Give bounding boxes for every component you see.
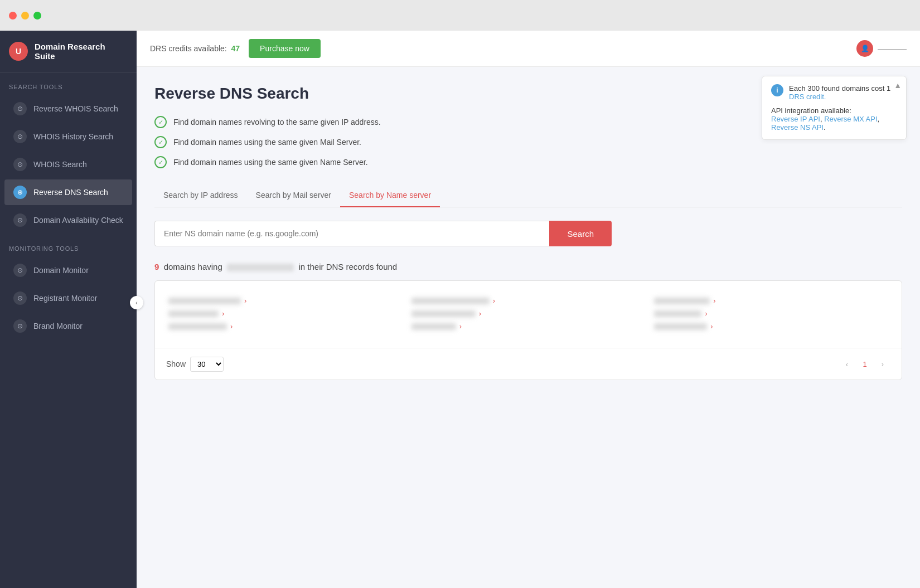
domain-name — [411, 323, 456, 330]
pagination: ‹ 1 › — [839, 356, 890, 372]
check-icon-2: ✓ — [154, 136, 167, 148]
domain-row[interactable]: › — [654, 320, 888, 333]
domain-monitor-icon: ⊙ — [13, 264, 27, 277]
reverse-ip-api-link[interactable]: Reverse IP API — [771, 115, 820, 123]
search-tabs: Search by IP address Search by Mail serv… — [154, 184, 902, 207]
reverse-whois-icon: ⊙ — [13, 102, 27, 115]
sidebar-logo: U Domain Research Suite — [0, 31, 137, 72]
page-1-button[interactable]: 1 — [857, 356, 873, 372]
show-select[interactable]: 30 50 100 — [190, 357, 224, 372]
domain-name — [411, 298, 490, 304]
search-area: Search — [154, 221, 612, 246]
domain-row[interactable]: › — [168, 307, 403, 320]
chevron-right-icon: › — [459, 322, 462, 331]
prev-page-button[interactable]: ‹ — [839, 356, 855, 372]
domain-name — [168, 298, 241, 304]
whois-search-icon: ⊙ — [13, 158, 27, 171]
sidebar-item-label: WHOIS History Search — [33, 132, 113, 141]
sidebar: U Domain Research Suite Search tools ⊙ R… — [0, 31, 137, 588]
maximize-button[interactable] — [33, 12, 41, 20]
chevron-right-icon: › — [705, 309, 707, 318]
results-container: › › › — [154, 280, 902, 380]
search-button[interactable]: Search — [549, 221, 612, 246]
domain-name — [411, 310, 476, 317]
info-tooltip-header: i Each 300 found domains cost 1 DRS cred… — [771, 84, 897, 101]
main-content: DRS credits available: 47 Purchase now 👤… — [137, 31, 920, 588]
purchase-button[interactable]: Purchase now — [249, 39, 321, 58]
sidebar-item-label: Registrant Monitor — [33, 294, 97, 303]
results-count: 9 — [154, 262, 159, 271]
domain-name — [168, 310, 219, 317]
reverse-ns-api-link[interactable]: Reverse NS API — [771, 123, 824, 132]
next-page-button[interactable]: › — [875, 356, 890, 372]
sidebar-item-domain-monitor[interactable]: ⊙ Domain Monitor — [4, 257, 132, 283]
tab-name-server[interactable]: Search by Name server — [340, 184, 440, 207]
feature-item-3: ✓ Find domain names using the same given… — [154, 156, 902, 168]
credits-label: DRS credits available: 47 — [150, 44, 240, 53]
info-tooltip: ▲ i Each 300 found domains cost 1 DRS cr… — [762, 76, 907, 140]
domain-name — [168, 323, 227, 330]
sidebar-item-label: Brand Monitor — [33, 322, 83, 331]
pagination-bar: Show 30 50 100 ‹ 1 › — [155, 348, 902, 380]
window-chrome — [0, 0, 920, 31]
sidebar-item-label: Reverse DNS Search — [33, 188, 108, 197]
domain-name — [654, 298, 710, 304]
redacted-domain — [227, 264, 294, 271]
header-left: DRS credits available: 47 Purchase now — [150, 39, 321, 58]
app-container: U Domain Research Suite Search tools ⊙ R… — [0, 31, 920, 588]
user-name: ———— — [878, 45, 907, 53]
check-icon-3: ✓ — [154, 156, 167, 168]
avatar: 👤 — [856, 40, 873, 57]
results-column-2: › › › — [411, 294, 646, 334]
sidebar-item-label: WHOIS Search — [33, 160, 87, 169]
chevron-right-icon: › — [230, 322, 233, 331]
domain-row[interactable]: › — [168, 294, 403, 307]
page-content: ▲ i Each 300 found domains cost 1 DRS cr… — [137, 67, 920, 588]
domain-name — [654, 310, 701, 317]
info-icon: i — [771, 84, 783, 96]
reverse-dns-icon: ⊕ — [13, 186, 27, 199]
sidebar-item-domain-availability[interactable]: ⊙ Domain Availability Check — [4, 207, 132, 233]
sidebar-item-whois-history[interactable]: ⊙ WHOIS History Search — [4, 124, 132, 149]
main-header: DRS credits available: 47 Purchase now 👤… — [137, 31, 920, 67]
logo-icon: U — [9, 42, 28, 61]
header-right: 👤 ———— — [856, 40, 907, 57]
check-icon-1: ✓ — [154, 116, 167, 128]
chevron-right-icon: › — [479, 309, 481, 318]
domain-row[interactable]: › — [411, 307, 646, 320]
tab-mail-server[interactable]: Search by Mail server — [247, 184, 340, 207]
sidebar-item-reverse-whois[interactable]: ⊙ Reverse WHOIS Search — [4, 96, 132, 122]
info-cost-text: Each 300 found domains cost 1 DRS credit… — [789, 84, 897, 101]
info-api-section: API integration available: Reverse IP AP… — [771, 106, 897, 132]
sidebar-item-label: Domain Monitor — [33, 266, 89, 275]
sidebar-item-label: Reverse WHOIS Search — [33, 104, 118, 113]
results-column-1: › › › — [168, 294, 403, 334]
chevron-right-icon: › — [713, 297, 715, 305]
show-label: Show 30 50 100 — [166, 357, 224, 372]
search-tools-label: Search tools — [0, 72, 137, 95]
results-column-3: › › › — [654, 294, 888, 334]
sidebar-item-reverse-dns[interactable]: ⊕ Reverse DNS Search — [4, 179, 132, 205]
close-button[interactable] — [9, 12, 17, 20]
results-grid: › › › — [155, 281, 902, 348]
domain-row[interactable]: › — [411, 294, 646, 307]
tab-ip-address[interactable]: Search by IP address — [154, 184, 247, 207]
sidebar-item-registrant-monitor[interactable]: ⊙ Registrant Monitor — [4, 285, 132, 311]
domain-row[interactable]: › — [168, 320, 403, 333]
search-input[interactable] — [154, 221, 549, 246]
chevron-right-icon: › — [493, 297, 495, 305]
scroll-indicator[interactable]: ▲ — [894, 81, 902, 90]
sidebar-item-whois-search[interactable]: ⊙ WHOIS Search — [4, 152, 132, 177]
sidebar-item-brand-monitor[interactable]: ⊙ Brand Monitor — [4, 313, 132, 339]
reverse-mx-api-link[interactable]: Reverse MX API — [824, 115, 877, 123]
chevron-right-icon: › — [222, 309, 224, 318]
sidebar-item-label: Domain Availability Check — [33, 216, 123, 225]
domain-row[interactable]: › — [654, 307, 888, 320]
monitoring-tools-label: Monitoring tools — [0, 234, 137, 256]
domain-row[interactable]: › — [411, 320, 646, 333]
minimize-button[interactable] — [21, 12, 29, 20]
domain-row[interactable]: › — [654, 294, 888, 307]
sidebar-logo-text: Domain Research Suite — [35, 42, 128, 61]
domain-name — [654, 323, 707, 330]
drs-credit-link[interactable]: DRS credit. — [789, 93, 826, 101]
